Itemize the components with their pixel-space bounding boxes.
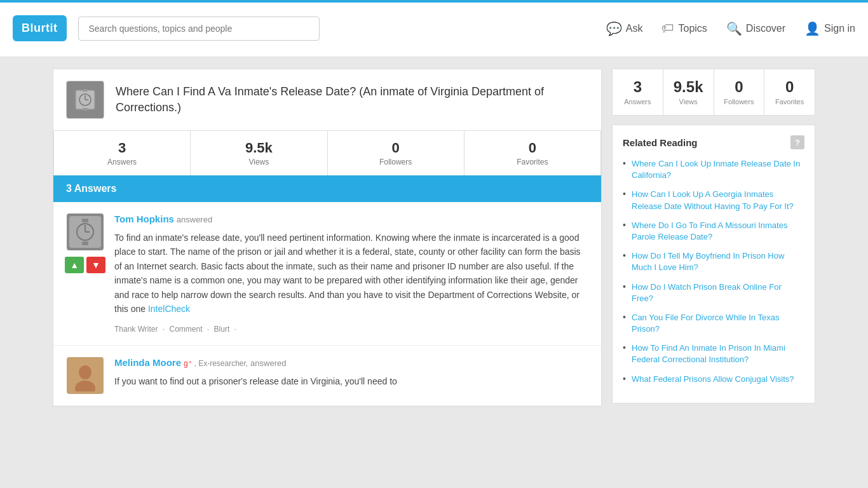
avatar-2 (67, 357, 104, 394)
intelcheck-link[interactable]: IntelCheck (148, 304, 190, 314)
vote-up-button[interactable]: ▲ (65, 257, 84, 273)
question-header: Where Can I Find A Va Inmate's Release D… (53, 69, 601, 131)
answered-1-text: answered (177, 215, 212, 224)
related-link-item: How Can I Look Up A Georgia Inmates Rele… (623, 189, 804, 212)
sidebar-favorites-label: Favorites (775, 98, 804, 105)
answer-2-meta: Melinda Moore g⁺ , Ex-researcher, answer… (114, 357, 588, 368)
sidebar-views-label: Views (679, 98, 698, 105)
answer-2: Melinda Moore g⁺ , Ex-researcher, answer… (53, 346, 601, 406)
related-links-list: Where Can I Look Up Inmate Release Date … (623, 158, 804, 385)
answers-count: 3 (60, 140, 184, 156)
favorites-count: 0 (471, 140, 594, 156)
stat-views: 9.5k Views (191, 131, 327, 175)
answer-1-left: ▲ ▼ (66, 214, 104, 334)
nav-signin-label: Sign in (824, 23, 855, 34)
related-link-item: Where Do I Go To Find A Missouri Inmates… (623, 220, 804, 243)
question-icon (66, 81, 104, 119)
question-title: Where Can I Find A Va Inmate's Release D… (116, 84, 588, 116)
stat-answers: 3 Answers (54, 131, 191, 175)
nav-ask-label: Ask (626, 23, 643, 34)
main-nav: 💬 Ask 🏷 Topics 🔍 Discover 👤 Sign in (606, 21, 855, 36)
related-link-2[interactable]: Where Do I Go To Find A Missouri Inmates… (632, 220, 787, 241)
related-link-6[interactable]: How To Find An Inmate In Prison In Miami… (632, 343, 785, 364)
stat-favorites: 0 Favorites (465, 131, 601, 175)
followers-count: 0 (334, 140, 458, 156)
related-link-5[interactable]: Can You File For Divorce While In Texas … (632, 313, 779, 334)
sidebar-stat-followers: 0 Followers (714, 69, 765, 115)
sidebar: 3 Answers 9.5k Views 0 Followers 0 Favor… (612, 69, 815, 407)
sidebar-stat-answers: 3 Answers (613, 69, 663, 115)
sidebar-answers-label: Answers (624, 98, 651, 105)
question-stats: 3 Answers 9.5k Views 0 Followers 0 Favor… (53, 131, 601, 175)
blurt-button[interactable]: Blurt (214, 325, 230, 334)
svg-rect-10 (82, 219, 88, 222)
vote-down-button[interactable]: ▼ (86, 257, 105, 273)
answer-2-body: If you want to find out a prisoner's rel… (114, 374, 588, 388)
related-link-1[interactable]: How Can I Look Up A Georgia Inmates Rele… (632, 189, 794, 210)
followers-label: Followers (379, 158, 412, 166)
comment-button[interactable]: Comment (170, 325, 203, 334)
answer-1-content: Tom Hopkins answered To find an inmate's… (114, 214, 588, 334)
nav-ask[interactable]: 💬 Ask (606, 21, 643, 36)
answerer-2-role: , Ex-researcher, (194, 359, 248, 368)
thank-writer-button[interactable]: Thank Writer (114, 325, 158, 334)
topbar: Blurtit 💬 Ask 🏷 Topics 🔍 Discover 👤 Sign… (0, 0, 868, 57)
favorites-label: Favorites (517, 158, 548, 166)
sidebar-stats: 3 Answers 9.5k Views 0 Followers 0 Favor… (612, 69, 815, 116)
sidebar-answers-num: 3 (618, 78, 658, 96)
related-link-item: Where Can I Look Up Inmate Release Date … (623, 158, 804, 181)
sidebar-followers-label: Followers (724, 98, 754, 105)
answered-2-text: answered (250, 358, 286, 368)
signin-icon: 👤 (804, 21, 820, 36)
sidebar-stat-favorites: 0 Favorites (764, 69, 815, 115)
answerer-1-name[interactable]: Tom Hopkins (114, 214, 174, 224)
answer-1: ▲ ▼ Tom Hopkins answered To find an inma… (53, 202, 601, 346)
nav-topics-label: Topics (678, 23, 707, 34)
related-link-item: Can You File For Divorce While In Texas … (623, 312, 804, 335)
svg-rect-4 (83, 89, 88, 92)
main-container: Where Can I Find A Va Inmate's Release D… (53, 69, 815, 407)
related-reading-title: Related Reading (623, 137, 698, 148)
answerer-2-name[interactable]: Melinda Moore (114, 357, 181, 368)
sidebar-favorites-num: 0 (770, 78, 810, 96)
nav-topics[interactable]: 🏷 Topics (661, 21, 707, 36)
answer-1-meta: Tom Hopkins answered (114, 214, 588, 224)
google-plus-icon: g⁺ (184, 359, 192, 368)
related-link-item: How To Find An Inmate In Prison In Miami… (623, 342, 804, 365)
sidebar-stat-views: 9.5k Views (663, 69, 714, 115)
sidebar-followers-num: 0 (719, 78, 759, 96)
answer-1-footer: Thank Writer · Comment · Blurt · (114, 325, 588, 334)
content-area: Where Can I Find A Va Inmate's Release D… (53, 69, 602, 407)
nav-signin[interactable]: 👤 Sign in (804, 21, 855, 36)
answers-header: 3 Answers (53, 175, 601, 202)
discover-icon: 🔍 (726, 21, 742, 36)
answer-2-content: Melinda Moore g⁺ , Ex-researcher, answer… (114, 357, 588, 394)
svg-point-13 (79, 365, 92, 379)
sidebar-views-num: 9.5k (668, 78, 709, 96)
related-link-4[interactable]: How Do I Watch Prison Break Online For F… (632, 282, 782, 303)
stat-followers: 0 Followers (328, 131, 465, 175)
topics-icon: 🏷 (661, 21, 674, 36)
logo[interactable]: Blurtit (13, 15, 67, 41)
search-input[interactable] (78, 17, 320, 41)
ask-icon: 💬 (606, 21, 622, 36)
svg-rect-5 (83, 108, 88, 111)
avatar-1 (67, 214, 104, 250)
nav-discover[interactable]: 🔍 Discover (726, 21, 785, 36)
related-link-7[interactable]: What Federal Prisons Allow Conjugal Visi… (632, 374, 794, 384)
related-reading-panel: Related Reading ? Where Can I Look Up In… (612, 125, 815, 403)
help-icon[interactable]: ? (790, 135, 804, 149)
answer-1-body: To find an inmate's release date, you'll… (114, 231, 588, 316)
related-link-item: What Federal Prisons Allow Conjugal Visi… (623, 374, 804, 385)
related-link-3[interactable]: How Do I Tell My Boyfriend In Prison How… (632, 251, 784, 272)
related-link-0[interactable]: Where Can I Look Up Inmate Release Date … (632, 159, 800, 180)
views-label: Views (248, 158, 269, 166)
answer-2-left (66, 357, 104, 394)
vote-buttons-1: ▲ ▼ (65, 257, 105, 273)
views-count: 9.5k (197, 140, 320, 156)
related-reading-header: Related Reading ? (623, 135, 804, 149)
answers-label: Answers (107, 158, 137, 166)
related-link-item: How Do I Watch Prison Break Online For F… (623, 281, 804, 304)
related-link-item: How Do I Tell My Boyfriend In Prison How… (623, 250, 804, 273)
nav-discover-label: Discover (746, 23, 785, 34)
